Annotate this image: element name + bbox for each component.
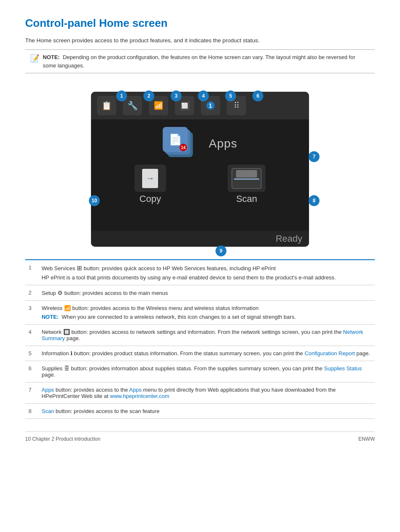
item-desc: Setup ⚙ button: provides access to the m… bbox=[38, 285, 375, 301]
item-num: 7 bbox=[25, 382, 38, 404]
ready-label: Ready bbox=[275, 233, 302, 244]
callout-8: 8 bbox=[309, 195, 319, 206]
bottom-icons: → Copy Scan bbox=[99, 165, 301, 209]
callout-10: 10 bbox=[89, 195, 100, 206]
note-icon: 📝 bbox=[30, 54, 39, 63]
copy-image: → bbox=[135, 165, 166, 192]
item-desc: Wireless 📶 button: provides access to th… bbox=[38, 301, 375, 325]
callout-1: 1 bbox=[116, 90, 127, 101]
table-row: 2 Setup ⚙ button: provides access to the… bbox=[25, 285, 375, 301]
item-num: 2 bbox=[25, 285, 38, 301]
table-row: 6 Supplies 🗄 button: provides informatio… bbox=[25, 361, 375, 382]
item-num: 3 bbox=[25, 301, 38, 325]
table-row: 3 Wireless 📶 button: provides access to … bbox=[25, 301, 375, 325]
intro-text: The Home screen provides access to the p… bbox=[25, 37, 375, 44]
callout-2: 2 bbox=[143, 90, 154, 101]
item-desc: Scan button: provides access to the scan… bbox=[38, 404, 375, 419]
copy-block: → Copy bbox=[135, 165, 166, 204]
callout-6: 6 bbox=[252, 90, 263, 101]
callout-4: 4 bbox=[198, 90, 209, 101]
screen-middle: 📄 14 Apps → Copy bbox=[91, 119, 309, 231]
scan-image bbox=[228, 165, 265, 192]
callout-5: 5 bbox=[225, 90, 236, 101]
item-desc: Web Services ⊞ button: provides quick ac… bbox=[38, 260, 375, 285]
item-num: 8 bbox=[25, 404, 38, 419]
hpeprintcenter-link[interactable]: www.hpeprintcenter.com bbox=[110, 393, 169, 399]
scan-label: Scan bbox=[236, 194, 257, 204]
apps-link[interactable]: Apps bbox=[42, 387, 54, 393]
callout-7: 7 bbox=[309, 151, 319, 162]
network-summary-link[interactable]: Network Summary bbox=[42, 329, 363, 341]
copy-label: Copy bbox=[140, 194, 161, 204]
apps-badge: 14 bbox=[179, 144, 187, 151]
webservices-icon: 📋 bbox=[97, 96, 116, 115]
item-desc: Information ℹ button: provides product s… bbox=[38, 346, 375, 361]
item-num: 5 bbox=[25, 346, 38, 361]
supplies-status-link[interactable]: Supplies Status bbox=[324, 365, 362, 372]
item-num: 6 bbox=[25, 361, 38, 382]
callout-9: 9 bbox=[216, 245, 226, 256]
scan-block: Scan bbox=[228, 165, 265, 204]
note-box: 📝 NOTE: Depending on the product configu… bbox=[25, 49, 375, 73]
note-label: NOTE: bbox=[43, 54, 60, 60]
svg-rect-12 bbox=[236, 170, 257, 178]
apps-label: Apps bbox=[209, 137, 237, 150]
table-row: 4 Network 🔲 button: provides access to n… bbox=[25, 325, 375, 346]
page-title: Control-panel Home screen bbox=[25, 17, 375, 30]
item-desc: Supplies 🗄 button: provides information … bbox=[38, 361, 375, 382]
ready-bar: Ready bbox=[91, 231, 309, 247]
item-desc: Network 🔲 button: provides access to net… bbox=[38, 325, 375, 346]
table-row: 7 Apps button: provides access to the Ap… bbox=[25, 382, 375, 404]
footer-left: 10 Chapter 2 Product introduction bbox=[25, 436, 100, 442]
scan-link[interactable]: Scan bbox=[42, 408, 54, 414]
table-row: 5 Information ℹ button: provides product… bbox=[25, 346, 375, 361]
printer-screen: 📋 🔧 📶 🔲 1 ⠿ 📄 1 bbox=[91, 92, 309, 247]
callout-3: 3 bbox=[171, 90, 182, 101]
table-row: 1 Web Services ⊞ button: provides quick … bbox=[25, 260, 375, 285]
apps-stack: 📄 14 bbox=[163, 127, 196, 160]
apps-area: 📄 14 Apps bbox=[99, 123, 301, 165]
svg-rect-11 bbox=[234, 178, 259, 180]
page-footer: 10 Chapter 2 Product introduction ENWW bbox=[25, 431, 375, 442]
scan-svg bbox=[230, 167, 263, 190]
note-content: Depending on the product configuration, … bbox=[43, 54, 355, 69]
table-row: 8 Scan button: provides access to the sc… bbox=[25, 404, 375, 419]
item-num: 1 bbox=[25, 260, 38, 285]
footer-right: ENWW bbox=[358, 436, 375, 442]
item-desc: Apps button: provides access to the Apps… bbox=[38, 382, 375, 404]
note-text: NOTE: Depending on the product configura… bbox=[43, 53, 370, 70]
screen-background: 📋 🔧 📶 🔲 1 ⠿ 📄 1 bbox=[91, 92, 309, 247]
items-table: 1 Web Services ⊞ button: provides quick … bbox=[25, 259, 375, 419]
item-num: 4 bbox=[25, 325, 38, 346]
config-report-link[interactable]: Configuration Report bbox=[304, 350, 355, 356]
diagram: 1 2 3 4 5 6 7 8 9 10 📋 🔧 📶 🔲 1 ⠿ bbox=[74, 83, 326, 259]
